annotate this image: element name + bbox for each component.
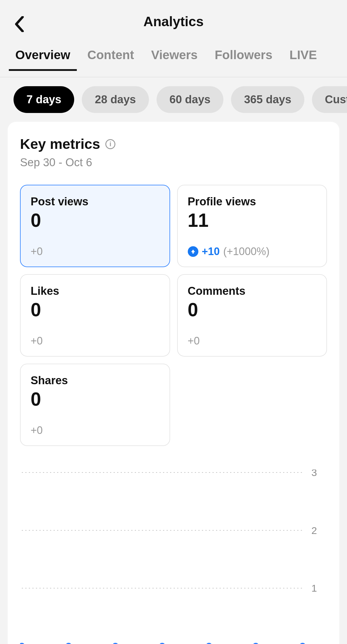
metric-delta-num: +10 [202,245,220,258]
chevron-left-icon [14,16,24,32]
metric-delta-text: +0 [188,335,200,347]
metric-value: 0 [188,300,317,319]
metric-shares[interactable]: Shares 0 +0 [20,364,170,446]
metric-label: Profile views [188,195,317,208]
metric-likes[interactable]: Likes 0 +0 [20,274,170,357]
back-button[interactable] [11,15,28,33]
key-metrics-title: Key metrics [20,136,100,152]
tab-followers[interactable]: Followers [215,43,272,71]
metric-profile-views[interactable]: Profile views 11 +10 (+1000%) [177,185,327,267]
metric-label: Shares [31,374,160,387]
metric-delta: +0 [31,417,160,437]
metric-label: Comments [188,285,317,297]
metric-value: 0 [31,300,160,319]
key-metrics-daterange: Sep 30 - Oct 6 [20,156,327,169]
metric-delta: +0 [188,328,317,347]
metric-label: Likes [31,285,160,297]
metric-label: Post views [31,195,160,208]
range-60-days[interactable]: 60 days [157,86,223,113]
metric-delta-pct: (+1000%) [223,245,270,258]
page-title: Analytics [0,14,347,29]
metric-value: 0 [31,390,160,409]
arrow-up-icon [188,246,198,257]
metric-delta: +0 [31,238,160,258]
svg-text:2: 2 [311,525,317,536]
range-custom[interactable]: Custom [312,86,347,113]
tab-live[interactable]: LIVE [290,43,317,71]
header: Analytics [0,0,347,43]
svg-text:3: 3 [311,470,317,478]
metric-delta-text: +0 [31,245,43,258]
key-metrics-card: Key metrics i Sep 30 - Oct 6 Post views … [8,122,339,644]
range-365-days[interactable]: 365 days [231,86,304,113]
metric-delta-text: +0 [31,335,43,347]
svg-text:1: 1 [311,583,317,594]
chart: 123 Sep 30 Oct 6 [20,470,327,644]
metric-delta: +10 (+1000%) [188,238,317,258]
tab-content[interactable]: Content [87,43,134,71]
tab-overview[interactable]: Overview [15,43,70,71]
metric-post-views[interactable]: Post views 0 +0 [20,185,170,267]
range-28-days[interactable]: 28 days [82,86,149,113]
metric-delta: +0 [31,328,160,347]
range-7-days[interactable]: 7 days [14,86,74,113]
metric-value: 11 [188,211,317,230]
key-metrics-header: Key metrics i [20,136,327,152]
tab-viewers[interactable]: Viewers [151,43,197,71]
tabs: Overview Content Viewers Followers LIVE [0,43,347,77]
metric-delta-text: +0 [31,424,43,437]
metric-value: 0 [31,211,160,230]
line-chart: 123 [20,470,320,644]
date-range-pills: 7 days 28 days 60 days 365 days Custom [0,77,347,122]
metric-grid: Post views 0 +0 Profile views 11 +10 (+1… [20,185,327,446]
metric-comments[interactable]: Comments 0 +0 [177,274,327,357]
info-icon[interactable]: i [105,139,115,149]
